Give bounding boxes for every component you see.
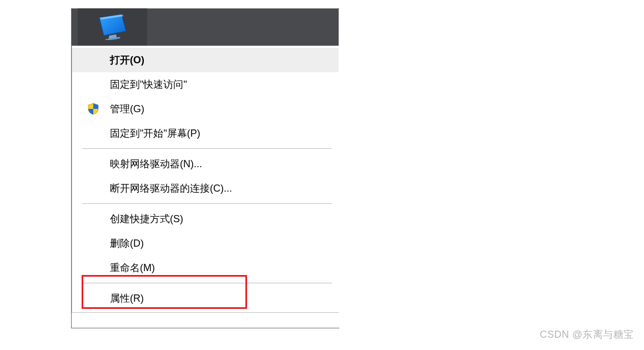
context-menu: 打开(O) 固定到"快速访问" 管理(G) 固定到"开始"屏幕(P) 映射网络驱…: [72, 46, 339, 313]
menu-label: 删除(D): [110, 237, 144, 250]
menu-separator: [82, 283, 332, 283]
menu-label: 创建快捷方式(S): [110, 212, 183, 226]
taskbar-app-tile[interactable]: [78, 8, 147, 46]
menu-item-rename[interactable]: 重命名(M): [72, 256, 339, 280]
taskbar: [72, 9, 339, 46]
menu-label: 固定到"快速访问": [110, 78, 187, 91]
menu-label: 断开网络驱动器的连接(C)...: [110, 182, 232, 195]
menu-item-create-shortcut[interactable]: 创建快捷方式(S): [72, 207, 339, 231]
shield-uac-icon: [86, 102, 100, 116]
menu-item-open[interactable]: 打开(O): [72, 48, 339, 72]
menu-label: 重命名(M): [110, 261, 155, 274]
menu-item-pin-quick-access[interactable]: 固定到"快速访问": [72, 72, 339, 97]
menu-label: 固定到"开始"屏幕(P): [110, 127, 200, 140]
watermark-text: CSDN @东离与糖宝: [540, 328, 634, 341]
this-pc-monitor-icon: [97, 14, 128, 40]
menu-item-pin-start[interactable]: 固定到"开始"屏幕(P): [72, 121, 339, 146]
menu-label: 管理(G): [110, 102, 144, 116]
menu-item-delete[interactable]: 删除(D): [72, 231, 339, 256]
menu-label: 属性(R): [110, 292, 144, 305]
menu-separator: [82, 148, 332, 149]
menu-item-map-network-drive[interactable]: 映射网络驱动器(N)...: [72, 152, 339, 176]
menu-item-manage[interactable]: 管理(G): [72, 97, 339, 121]
menu-item-properties[interactable]: 属性(R): [72, 286, 339, 311]
menu-label: 打开(O): [110, 53, 144, 67]
menu-label: 映射网络驱动器(N)...: [110, 157, 202, 171]
menu-item-disconnect-network-drive[interactable]: 断开网络驱动器的连接(C)...: [72, 176, 339, 201]
menu-separator: [82, 203, 332, 204]
